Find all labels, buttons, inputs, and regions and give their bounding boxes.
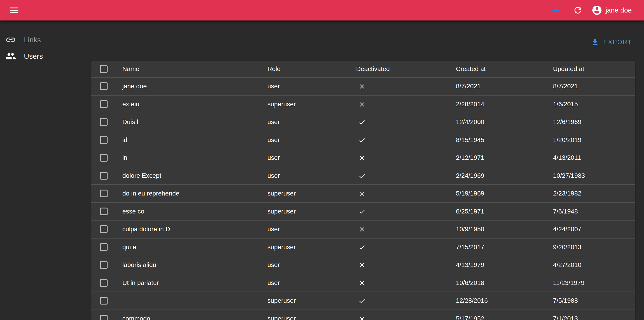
cell-role: superuser	[261, 208, 350, 215]
cell-deactivated	[350, 100, 450, 108]
table-body: jane doe user 8/7/2021 8/7/2021 ex eiu s…	[91, 77, 635, 320]
row-checkbox[interactable]	[100, 100, 108, 108]
cell-name: in	[116, 154, 261, 161]
row-checkbox[interactable]	[100, 190, 108, 197]
cell-updated-at: 8/7/2021	[547, 83, 635, 90]
hamburger-menu-icon	[9, 5, 20, 16]
row-checkbox[interactable]	[100, 225, 108, 233]
select-all-checkbox[interactable]	[100, 65, 108, 73]
row-checkbox[interactable]	[100, 82, 108, 90]
row-checkbox[interactable]	[100, 208, 108, 215]
cell-name: Ut in pariatur	[116, 279, 261, 286]
cell-updated-at: 12/6/1969	[547, 118, 635, 126]
create-button[interactable]	[547, 2, 564, 19]
row-checkbox-cell	[91, 100, 116, 108]
check-icon	[358, 208, 366, 215]
cell-role: user	[261, 83, 350, 90]
table-row[interactable]: commodo superuser 5/17/1952 7/1/2013	[91, 309, 635, 320]
export-label: EXPORT	[603, 39, 632, 46]
cell-created-at: 8/7/2021	[450, 83, 547, 90]
cell-created-at: 5/19/1969	[450, 190, 547, 197]
table-row[interactable]: laboris aliqu user 4/13/1979 4/27/2010	[91, 256, 635, 274]
cell-created-at: 12/4/2000	[450, 118, 547, 126]
cell-created-at: 10/9/1950	[450, 225, 547, 233]
content-area: EXPORT Name Role Deactivated Created at …	[91, 21, 644, 320]
row-checkbox[interactable]	[100, 261, 108, 269]
row-checkbox[interactable]	[100, 118, 108, 126]
table-row[interactable]: superuser 12/28/2016 7/5/1988	[91, 291, 635, 309]
cell-deactivated	[350, 243, 450, 251]
table-row[interactable]: Ut in pariatur user 10/6/2018 11/23/1979	[91, 274, 635, 292]
cell-role: user	[261, 118, 350, 126]
row-checkbox-cell	[91, 82, 116, 90]
cell-name: do in eu reprehende	[116, 190, 261, 197]
cell-created-at: 6/25/1971	[450, 208, 547, 215]
cell-deactivated	[350, 208, 450, 215]
export-button[interactable]: EXPORT	[588, 37, 635, 48]
column-header-deactivated[interactable]: Deactivated	[350, 65, 450, 73]
close-icon	[358, 315, 366, 320]
cell-deactivated	[350, 136, 450, 144]
appbar-actions: jane doe	[547, 2, 632, 19]
table-row[interactable]: Duis l user 12/4/2000 12/6/1969	[91, 113, 635, 131]
cell-name: dolore Except	[116, 172, 261, 179]
table-row[interactable]: ex eiu superuser 2/28/2014 1/6/2015	[91, 95, 635, 113]
sidebar-item-users[interactable]: Users	[0, 48, 91, 64]
sidebar-item-links[interactable]: Links	[0, 32, 91, 48]
table-row[interactable]: qui e superuser 7/15/2017 9/20/2013	[91, 238, 635, 256]
row-checkbox-cell	[91, 208, 116, 215]
cell-deactivated	[350, 315, 450, 320]
table-row[interactable]: in user 2/12/1971 4/13/2011	[91, 149, 635, 167]
sidebar-item-label: Links	[24, 36, 41, 44]
cell-role: superuser	[261, 190, 350, 197]
row-checkbox[interactable]	[100, 315, 108, 320]
plus-icon	[550, 5, 561, 16]
check-icon	[358, 297, 366, 304]
table-row[interactable]: esse co superuser 6/25/1971 7/6/1948	[91, 202, 635, 220]
check-icon	[358, 137, 366, 144]
column-header-name[interactable]: Name	[116, 65, 261, 73]
table-row[interactable]: dolore Except user 2/24/1969 10/27/1983	[91, 167, 635, 185]
row-checkbox-cell	[91, 243, 116, 251]
cell-name: qui e	[116, 243, 261, 251]
header-checkbox-cell	[91, 65, 116, 73]
row-checkbox-cell	[91, 190, 116, 197]
menu-button[interactable]	[6, 2, 22, 19]
row-checkbox[interactable]	[100, 154, 108, 162]
column-header-created-at[interactable]: Created at	[450, 65, 547, 73]
close-icon	[358, 101, 366, 108]
cell-updated-at: 1/6/2015	[547, 101, 635, 108]
cell-updated-at: 4/13/2011	[547, 154, 635, 161]
table-row[interactable]: do in eu reprehende superuser 5/19/1969 …	[91, 184, 635, 202]
cell-updated-at: 11/23/1979	[547, 279, 635, 286]
table-header-row: Name Role Deactivated Created at Updated…	[91, 61, 635, 77]
row-checkbox[interactable]	[100, 172, 108, 180]
cell-created-at: 4/13/1979	[450, 261, 547, 268]
cell-role: superuser	[261, 101, 350, 108]
cell-role: user	[261, 136, 350, 144]
user-menu-button[interactable]: jane doe	[590, 2, 632, 19]
column-header-role[interactable]: Role	[261, 65, 350, 73]
cell-deactivated	[350, 225, 450, 233]
cell-name: id	[116, 136, 261, 144]
close-icon	[358, 226, 366, 233]
row-checkbox[interactable]	[100, 279, 108, 287]
table-row[interactable]: id user 8/15/1945 1/20/2019	[91, 131, 635, 149]
cell-name: Duis l	[116, 118, 261, 126]
table-row[interactable]: jane doe user 8/7/2021 8/7/2021	[91, 77, 635, 95]
check-icon	[358, 244, 366, 251]
row-checkbox[interactable]	[100, 297, 108, 304]
row-checkbox-cell	[91, 154, 116, 162]
cell-role: user	[261, 225, 350, 233]
column-header-updated-at[interactable]: Updated at	[547, 65, 635, 73]
people-icon	[5, 51, 16, 62]
refresh-button[interactable]	[570, 2, 586, 19]
cell-deactivated	[350, 297, 450, 304]
cell-deactivated	[350, 82, 450, 90]
link-icon	[5, 34, 16, 45]
close-icon	[358, 83, 366, 90]
table-row[interactable]: culpa dolore in D user 10/9/1950 4/24/20…	[91, 220, 635, 238]
cell-name: commodo	[116, 315, 261, 320]
row-checkbox[interactable]	[100, 136, 108, 144]
row-checkbox[interactable]	[100, 243, 108, 251]
